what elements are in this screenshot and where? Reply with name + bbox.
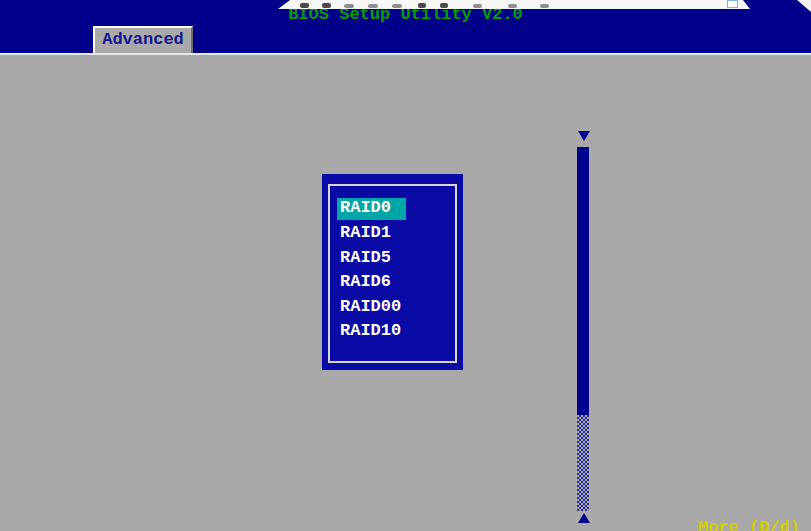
toolbar-icon-fragment[interactable] — [508, 4, 517, 8]
scroll-down-icon[interactable] — [578, 131, 590, 141]
remote-console-toolbar — [278, 0, 750, 9]
dropdown-option-raid0[interactable]: RAID0 — [337, 198, 406, 220]
dropdown-option-raid10[interactable]: RAID10 — [337, 321, 406, 343]
dropdown-option-raid6[interactable]: RAID6 — [337, 272, 406, 294]
toolbar-icon-fragment[interactable] — [418, 3, 426, 8]
toolbar-icon-fragment[interactable] — [322, 3, 331, 8]
toolbar-icon-fragment[interactable] — [392, 4, 402, 8]
toolbar-icon-fragment[interactable] — [540, 4, 549, 8]
scrollbar-track[interactable] — [577, 415, 589, 511]
toolbar-button-icon[interactable] — [727, 0, 738, 8]
toolbar-icon-fragment[interactable] — [440, 3, 448, 8]
toolbar-icon-fragment[interactable] — [344, 4, 354, 8]
toolbar-icon-fragment[interactable] — [300, 3, 309, 8]
raid-level-dropdown: RAID0 RAID1 RAID5 RAID6 RAID00 RAID10 — [322, 174, 463, 370]
more-help-indicator: More (D/d) — [602, 518, 800, 531]
scrollbar-thumb[interactable] — [577, 147, 589, 415]
tab-advanced[interactable]: Advanced — [93, 26, 193, 53]
dropdown-option-raid1[interactable]: RAID1 — [337, 223, 406, 245]
scroll-up-icon[interactable] — [578, 513, 590, 523]
dropdown-option-raid5[interactable]: RAID5 — [337, 248, 406, 270]
bios-setup-screen: { "header": { "title": "BIOS Setup Utili… — [0, 0, 811, 531]
toolbar-icon-fragment[interactable] — [368, 4, 378, 8]
dropdown-option-raid00[interactable]: RAID00 — [337, 297, 406, 319]
toolbar-icon-fragment[interactable] — [473, 4, 482, 8]
